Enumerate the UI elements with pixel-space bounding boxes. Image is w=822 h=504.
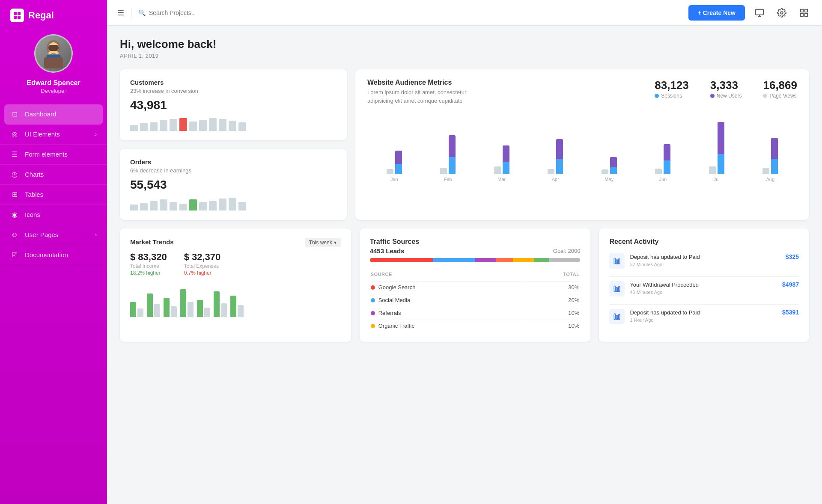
nav-label-icons: Icons	[25, 211, 40, 218]
activity-text-0: Deposit has updated to Paid 32 Minutes A…	[630, 253, 780, 267]
stat-dot	[763, 94, 767, 98]
orders-mini-bars	[130, 198, 337, 210]
source-name-cell: Organic Traffic	[371, 320, 523, 332]
orders-title: Orders	[130, 158, 337, 166]
svg-rect-7	[48, 45, 59, 51]
bar-label-may: May	[605, 177, 614, 182]
welcome-section: Hi, welcome back! APRIL 1, 2019	[120, 38, 809, 59]
stat-value: 3,333	[710, 79, 742, 92]
sidebar-item-ui-elements[interactable]: ◎ UI Elements ›	[0, 125, 107, 145]
stat-value: 83,123	[655, 79, 689, 92]
order-bar-4	[170, 202, 177, 210]
bar-purple-1	[449, 135, 456, 157]
bar-gray-6	[709, 166, 716, 174]
customer-bar-10	[229, 121, 236, 131]
nav-icon-documentation: ☑	[10, 251, 19, 259]
menu-icon[interactable]: ☰	[117, 8, 124, 18]
market-card-header: Market Trends This week ▾	[130, 238, 341, 247]
logo-icon	[10, 9, 24, 22]
market-title: Market Trends	[130, 238, 174, 246]
svg-rect-21	[619, 259, 620, 264]
source-name: Referrals	[378, 310, 401, 316]
nav-icon-dashboard: ⊡	[10, 110, 19, 119]
source-header: SOURCE	[371, 270, 523, 280]
bar-label-aug: Aug	[766, 177, 774, 182]
nav-label-documentation: Documentation	[25, 251, 68, 258]
sidebar-item-form-elements[interactable]: ☰ Form elements	[0, 145, 107, 165]
source-color-dot	[371, 285, 375, 290]
market-bar-green-2	[164, 298, 170, 317]
monitor-icon[interactable]	[752, 5, 767, 21]
audience-bar-group-jun: Jun	[636, 114, 690, 182]
traffic-table: SOURCE TOTAL Google Search 30% Social Me…	[370, 269, 581, 332]
settings-icon[interactable]	[774, 5, 789, 21]
order-bar-8	[209, 201, 217, 210]
cards-row-1: Customers 23% increase in conversion 43,…	[120, 69, 809, 220]
market-bar-group-2	[164, 283, 177, 317]
stat-label: Sessions	[655, 93, 689, 99]
order-bar-6	[189, 199, 197, 210]
sidebar-item-documentation[interactable]: ☑ Documentation	[0, 245, 107, 265]
audience-title-section: Website Audience Metrics Lorem ipsum dol…	[367, 79, 479, 105]
customer-bar-2	[150, 122, 158, 131]
nav-label-user-pages: User Pages	[25, 231, 58, 238]
leads-count: 4453 Leads	[370, 247, 405, 255]
grid-icon[interactable]	[796, 5, 812, 21]
svg-rect-24	[619, 287, 620, 292]
customer-bar-3	[160, 120, 167, 131]
expenses-section: $ 32,370 Total Expenses 0.7% higher	[184, 252, 221, 276]
progress-seg	[475, 258, 496, 262]
activity-divider	[609, 276, 799, 277]
source-pct-cell: 30%	[524, 281, 580, 293]
bar-gray-4	[602, 169, 608, 174]
market-week-button[interactable]: This week ▾	[305, 238, 341, 247]
bar-label-jul: Jul	[714, 177, 720, 182]
sidebar-item-tables[interactable]: ⊞ Tables	[0, 185, 107, 205]
sidebar-item-dashboard[interactable]: ⊡ Dashboard	[4, 104, 103, 125]
customer-bar-7	[199, 120, 207, 131]
market-bar-gray-0	[137, 308, 143, 317]
svg-point-10	[55, 52, 59, 54]
avatar-placeholder	[36, 36, 71, 71]
activity-list: Deposit has updated to Paid 32 Minutes A…	[609, 253, 799, 324]
market-bar-green-4	[197, 300, 203, 317]
market-bar-gray-5	[221, 303, 227, 317]
nav-icon-user-pages: ☺	[10, 231, 19, 239]
order-bar-5	[179, 204, 187, 210]
bar-label-jan: Jan	[390, 177, 398, 182]
market-bar-gray-2	[171, 306, 177, 317]
search-input[interactable]	[149, 9, 301, 16]
bar-blue-6	[718, 154, 724, 174]
customers-value: 43,981	[130, 98, 337, 112]
activity-amount-1: $4987	[782, 281, 799, 288]
create-new-button[interactable]: + Create New	[688, 5, 745, 21]
bar-label-apr: Apr	[552, 177, 559, 182]
sidebar-item-icons[interactable]: ◉ Icons	[0, 205, 107, 225]
bar-gray-7	[762, 168, 769, 174]
bar-purple-5	[664, 144, 670, 160]
bar-gray-2	[494, 166, 501, 174]
market-bar-green-3	[180, 289, 186, 317]
source-name: Google Search	[378, 284, 416, 291]
order-bar-7	[199, 202, 207, 210]
sidebar: Regal Edward Spencer Developer ⊡ Dashboa…	[0, 0, 107, 504]
nav-icon-tables: ⊞	[10, 190, 19, 199]
svg-rect-3	[18, 16, 21, 19]
recent-activity-card: Recent Activity Deposit has updated to P…	[599, 228, 809, 342]
bar-purple-7	[771, 138, 778, 159]
sidebar-item-charts[interactable]: ◷ Charts	[0, 165, 107, 185]
svg-rect-23	[616, 288, 618, 292]
stat-value: 16,869	[763, 79, 797, 92]
bar-blue-7	[771, 159, 778, 174]
svg-rect-8	[47, 55, 60, 57]
customers-title: Customers	[130, 79, 337, 86]
order-bar-10	[229, 198, 236, 210]
nav-arrow-ui-elements: ›	[95, 131, 97, 137]
progress-seg	[496, 258, 513, 262]
audience-bar-group-may: May	[582, 114, 636, 182]
sidebar-item-user-pages[interactable]: ☺ User Pages ›	[0, 225, 107, 245]
traffic-source-row: Organic Traffic 10%	[371, 320, 580, 332]
market-bar-green-1	[147, 294, 153, 317]
audience-bar-group-jul: Jul	[690, 114, 744, 182]
svg-rect-17	[801, 13, 803, 16]
